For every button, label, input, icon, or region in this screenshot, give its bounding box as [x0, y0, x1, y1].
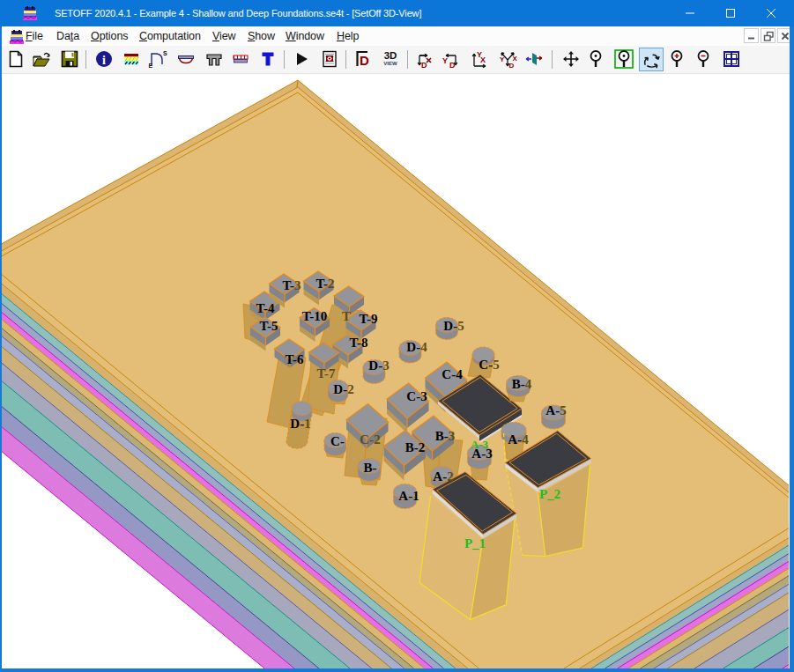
svg-text:C-: C-: [330, 434, 345, 448]
svg-text:3D: 3D: [384, 50, 397, 61]
svg-text:A-4: A-4: [508, 432, 529, 447]
svg-text:T-6: T-6: [285, 352, 304, 366]
svg-text:T-8: T-8: [349, 336, 367, 350]
svg-text:VIEW: VIEW: [383, 61, 397, 66]
svg-text:B-3: B-3: [435, 429, 456, 443]
svg-text:T-3: T-3: [282, 278, 301, 292]
svg-text:T-2: T-2: [315, 277, 334, 291]
svg-text:T-4: T-4: [256, 301, 275, 315]
svg-text:D: D: [449, 61, 456, 69]
svg-text:B-2: B-2: [405, 440, 426, 454]
svg-text:D-4: D-4: [406, 340, 427, 354]
svg-text:C-2: C-2: [360, 432, 380, 447]
svg-text:Y: Y: [442, 56, 448, 65]
svg-text:T-7: T-7: [316, 366, 336, 380]
svg-text:P_2: P_2: [539, 487, 560, 501]
svg-text:B-4: B-4: [512, 377, 532, 391]
svg-text:T-9: T-9: [359, 312, 377, 326]
svg-text:D: D: [360, 53, 369, 68]
svg-text:B-: B-: [364, 461, 377, 475]
svg-text:C-3: C-3: [406, 389, 427, 403]
svg-text:C-4: C-4: [442, 367, 463, 381]
svg-text:C-5: C-5: [479, 358, 499, 372]
svg-text:T-5: T-5: [259, 319, 278, 333]
svg-text:i: i: [102, 54, 106, 67]
svg-text:A-3: A-3: [471, 447, 492, 461]
svg-text:T: T: [342, 309, 351, 323]
svg-text:E: E: [149, 63, 153, 69]
svg-text:T-10: T-10: [302, 309, 328, 323]
svg-text:D-1: D-1: [290, 417, 310, 431]
svg-text:Y: Y: [500, 55, 505, 63]
svg-text:X: X: [480, 55, 486, 64]
svg-text:P_1: P_1: [464, 536, 486, 550]
svg-text:D: D: [509, 62, 515, 69]
svg-text:A-1: A-1: [398, 489, 419, 503]
svg-text:D-5: D-5: [443, 319, 464, 333]
svg-text:A-2: A-2: [433, 469, 453, 484]
svg-text:A-5: A-5: [545, 403, 566, 417]
svg-text:S: S: [163, 50, 167, 56]
svg-text:D-2: D-2: [333, 382, 353, 396]
svg-text:D-3: D-3: [368, 358, 389, 373]
